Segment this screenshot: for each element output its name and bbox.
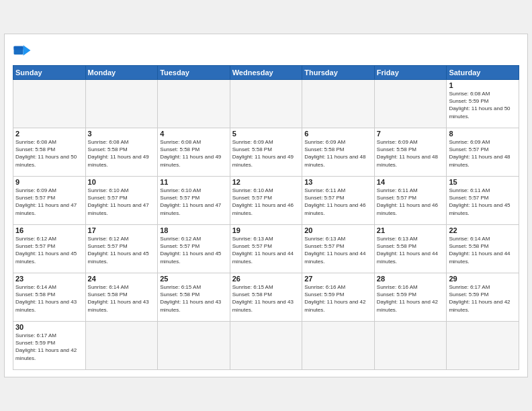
- header: [13, 41, 519, 60]
- day-number: 11: [160, 178, 228, 186]
- day-number: 5: [232, 130, 300, 138]
- calendar-day-cell: 17Sunrise: 6:12 AMSunset: 5:57 PMDayligh…: [85, 225, 158, 273]
- calendar-header: SundayMondayTuesdayWednesdayThursdayFrid…: [13, 66, 519, 80]
- calendar-day-cell: [302, 322, 375, 370]
- calendar-day-cell: [374, 322, 447, 370]
- day-number: 9: [15, 178, 83, 186]
- calendar-week-row: 16Sunrise: 6:12 AMSunset: 5:57 PMDayligh…: [13, 225, 519, 273]
- day-sun-info: Sunrise: 6:17 AMSunset: 5:59 PMDaylight:…: [449, 283, 517, 314]
- day-number: 8: [449, 130, 517, 138]
- calendar-day-cell: 8Sunrise: 6:09 AMSunset: 5:57 PMDaylight…: [447, 128, 519, 177]
- calendar-day-cell: [230, 322, 302, 370]
- day-sun-info: Sunrise: 6:08 AMSunset: 5:59 PMDaylight:…: [449, 90, 517, 120]
- calendar-day-cell: 26Sunrise: 6:15 AMSunset: 5:58 PMDayligh…: [230, 273, 302, 322]
- weekday-header: Saturday: [447, 66, 519, 80]
- weekday-header: Friday: [374, 66, 447, 80]
- svg-rect-2: [14, 46, 24, 50]
- calendar-wrapper: SundayMondayTuesdayWednesdayThursdayFrid…: [4, 34, 528, 377]
- calendar-day-cell: 5Sunrise: 6:09 AMSunset: 5:58 PMDaylight…: [230, 128, 302, 177]
- calendar-day-cell: 22Sunrise: 6:14 AMSunset: 5:58 PMDayligh…: [447, 225, 519, 273]
- day-sun-info: Sunrise: 6:12 AMSunset: 5:57 PMDaylight:…: [160, 235, 228, 265]
- weekday-header: Sunday: [13, 66, 86, 80]
- day-number: 3: [88, 130, 156, 138]
- calendar-week-row: 9Sunrise: 6:09 AMSunset: 5:57 PMDaylight…: [13, 177, 519, 225]
- day-sun-info: Sunrise: 6:09 AMSunset: 5:57 PMDaylight:…: [449, 138, 517, 169]
- calendar-day-cell: 1Sunrise: 6:08 AMSunset: 5:59 PMDaylight…: [447, 80, 519, 128]
- day-sun-info: Sunrise: 6:08 AMSunset: 5:58 PMDaylight:…: [160, 138, 228, 169]
- weekday-row: SundayMondayTuesdayWednesdayThursdayFrid…: [13, 66, 519, 80]
- logo: [13, 41, 34, 60]
- calendar-day-cell: 29Sunrise: 6:17 AMSunset: 5:59 PMDayligh…: [447, 273, 519, 322]
- day-sun-info: Sunrise: 6:12 AMSunset: 5:57 PMDaylight:…: [15, 235, 83, 265]
- calendar-day-cell: 23Sunrise: 6:14 AMSunset: 5:58 PMDayligh…: [13, 273, 86, 322]
- calendar-day-cell: 30Sunrise: 6:17 AMSunset: 5:59 PMDayligh…: [13, 322, 86, 370]
- calendar-day-cell: 14Sunrise: 6:11 AMSunset: 5:57 PMDayligh…: [374, 177, 447, 225]
- day-number: 2: [15, 130, 83, 138]
- day-number: 27: [304, 275, 372, 283]
- calendar-week-row: 2Sunrise: 6:08 AMSunset: 5:58 PMDaylight…: [13, 128, 519, 177]
- calendar-week-row: 1Sunrise: 6:08 AMSunset: 5:59 PMDaylight…: [13, 80, 519, 128]
- day-number: 26: [232, 275, 300, 283]
- calendar-day-cell: [85, 80, 158, 128]
- day-number: 21: [377, 226, 445, 234]
- calendar-day-cell: 21Sunrise: 6:13 AMSunset: 5:58 PMDayligh…: [374, 225, 447, 273]
- day-number: 30: [15, 323, 83, 331]
- calendar-day-cell: 7Sunrise: 6:09 AMSunset: 5:58 PMDaylight…: [374, 128, 447, 177]
- calendar-day-cell: 20Sunrise: 6:13 AMSunset: 5:57 PMDayligh…: [302, 225, 375, 273]
- calendar-day-cell: 24Sunrise: 6:14 AMSunset: 5:58 PMDayligh…: [85, 273, 158, 322]
- day-number: 24: [88, 275, 156, 283]
- day-sun-info: Sunrise: 6:09 AMSunset: 5:58 PMDaylight:…: [377, 138, 445, 169]
- calendar-day-cell: [302, 80, 375, 128]
- calendar-day-cell: 4Sunrise: 6:08 AMSunset: 5:58 PMDaylight…: [158, 128, 230, 177]
- day-sun-info: Sunrise: 6:13 AMSunset: 5:57 PMDaylight:…: [304, 235, 372, 265]
- svg-marker-1: [24, 45, 31, 56]
- calendar-day-cell: [158, 322, 230, 370]
- day-sun-info: Sunrise: 6:11 AMSunset: 5:57 PMDaylight:…: [449, 187, 517, 217]
- day-sun-info: Sunrise: 6:13 AMSunset: 5:57 PMDaylight:…: [232, 235, 300, 265]
- day-number: 17: [88, 226, 156, 234]
- day-number: 25: [160, 275, 228, 283]
- calendar-day-cell: 16Sunrise: 6:12 AMSunset: 5:57 PMDayligh…: [13, 225, 86, 273]
- calendar-day-cell: [374, 80, 447, 128]
- day-sun-info: Sunrise: 6:10 AMSunset: 5:57 PMDaylight:…: [232, 187, 300, 217]
- day-number: 19: [232, 226, 300, 234]
- day-number: 12: [232, 178, 300, 186]
- calendar-day-cell: 27Sunrise: 6:16 AMSunset: 5:59 PMDayligh…: [302, 273, 375, 322]
- logo-icon: [13, 41, 32, 60]
- day-number: 14: [377, 178, 445, 186]
- calendar-day-cell: 10Sunrise: 6:10 AMSunset: 5:57 PMDayligh…: [85, 177, 158, 225]
- day-sun-info: Sunrise: 6:17 AMSunset: 5:59 PMDaylight:…: [15, 332, 83, 362]
- weekday-header: Monday: [85, 66, 158, 80]
- weekday-header: Tuesday: [158, 66, 230, 80]
- calendar-day-cell: [158, 80, 230, 128]
- calendar-day-cell: 6Sunrise: 6:09 AMSunset: 5:58 PMDaylight…: [302, 128, 375, 177]
- day-number: 13: [304, 178, 372, 186]
- day-sun-info: Sunrise: 6:11 AMSunset: 5:57 PMDaylight:…: [377, 187, 445, 217]
- day-number: 6: [304, 130, 372, 138]
- day-sun-info: Sunrise: 6:09 AMSunset: 5:58 PMDaylight:…: [232, 138, 300, 169]
- day-sun-info: Sunrise: 6:15 AMSunset: 5:58 PMDaylight:…: [232, 283, 300, 314]
- day-sun-info: Sunrise: 6:12 AMSunset: 5:57 PMDaylight:…: [88, 235, 156, 265]
- calendar-day-cell: 25Sunrise: 6:15 AMSunset: 5:58 PMDayligh…: [158, 273, 230, 322]
- day-sun-info: Sunrise: 6:14 AMSunset: 5:58 PMDaylight:…: [88, 283, 156, 314]
- calendar-day-cell: 11Sunrise: 6:10 AMSunset: 5:57 PMDayligh…: [158, 177, 230, 225]
- day-number: 29: [449, 275, 517, 283]
- calendar-week-row: 23Sunrise: 6:14 AMSunset: 5:58 PMDayligh…: [13, 273, 519, 322]
- day-sun-info: Sunrise: 6:16 AMSunset: 5:59 PMDaylight:…: [304, 283, 372, 314]
- calendar-day-cell: [230, 80, 302, 128]
- day-number: 22: [449, 226, 517, 234]
- calendar-body: 1Sunrise: 6:08 AMSunset: 5:59 PMDaylight…: [13, 80, 519, 370]
- calendar-day-cell: 28Sunrise: 6:16 AMSunset: 5:59 PMDayligh…: [374, 273, 447, 322]
- calendar-day-cell: 9Sunrise: 6:09 AMSunset: 5:57 PMDaylight…: [13, 177, 86, 225]
- day-sun-info: Sunrise: 6:08 AMSunset: 5:58 PMDaylight:…: [88, 138, 156, 169]
- day-number: 15: [449, 178, 517, 186]
- calendar-day-cell: [85, 322, 158, 370]
- calendar-day-cell: 12Sunrise: 6:10 AMSunset: 5:57 PMDayligh…: [230, 177, 302, 225]
- day-number: 20: [304, 226, 372, 234]
- day-number: 1: [449, 81, 517, 89]
- calendar-day-cell: 18Sunrise: 6:12 AMSunset: 5:57 PMDayligh…: [158, 225, 230, 273]
- calendar-week-row: 30Sunrise: 6:17 AMSunset: 5:59 PMDayligh…: [13, 322, 519, 370]
- calendar-day-cell: 19Sunrise: 6:13 AMSunset: 5:57 PMDayligh…: [230, 225, 302, 273]
- day-sun-info: Sunrise: 6:14 AMSunset: 5:58 PMDaylight:…: [15, 283, 83, 314]
- calendar-day-cell: 3Sunrise: 6:08 AMSunset: 5:58 PMDaylight…: [85, 128, 158, 177]
